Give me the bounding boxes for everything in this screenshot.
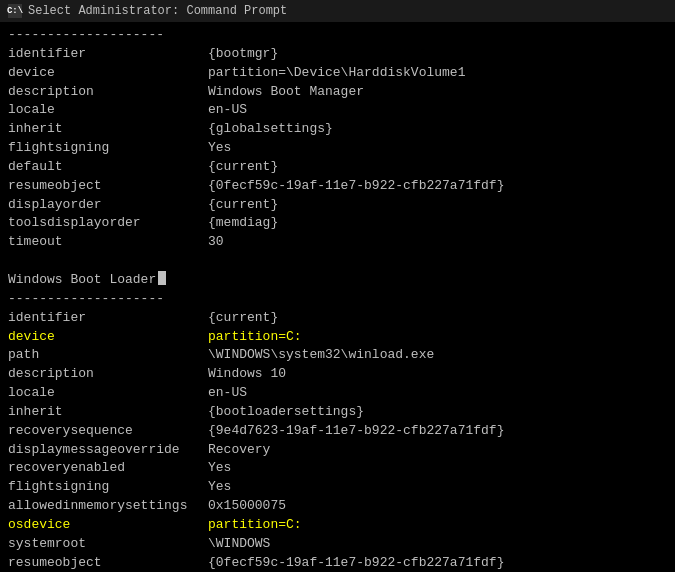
identifier-row-1: identifier {bootmgr} bbox=[8, 45, 667, 64]
section2-title: Windows Boot Loader bbox=[8, 271, 667, 290]
terminal: -------------------- identifier {bootmgr… bbox=[0, 22, 675, 572]
path-row: path \WINDOWS\system32\winload.exe bbox=[8, 346, 667, 365]
title-bar: C:\ Select Administrator: Command Prompt bbox=[0, 0, 675, 22]
device-row-2: device partition=C: bbox=[8, 328, 667, 347]
locale-row-1: locale en-US bbox=[8, 101, 667, 120]
timeout-row: timeout 30 bbox=[8, 233, 667, 252]
resumeobject-row-1: resumeobject {0fecf59c-19af-11e7-b922-cf… bbox=[8, 177, 667, 196]
osdevice-row: osdevice partition=C: bbox=[8, 516, 667, 535]
systemroot-row: systemroot \WINDOWS bbox=[8, 535, 667, 554]
description-row-2: description Windows 10 bbox=[8, 365, 667, 384]
flightsigning-row-2: flightsigning Yes bbox=[8, 478, 667, 497]
locale-row-2: locale en-US bbox=[8, 384, 667, 403]
separator-line-1: -------------------- bbox=[8, 26, 667, 45]
flightsigning-row-1: flightsigning Yes bbox=[8, 139, 667, 158]
recoveryenabled-row: recoveryenabled Yes bbox=[8, 459, 667, 478]
identifier-row-2: identifier {current} bbox=[8, 309, 667, 328]
inherit-row-2: inherit {bootloadersettings} bbox=[8, 403, 667, 422]
allowedinmemorysettings-row: allowedinmemorysettings 0x15000075 bbox=[8, 497, 667, 516]
separator-line-2: -------------------- bbox=[8, 290, 667, 309]
description-row-1: description Windows Boot Manager bbox=[8, 83, 667, 102]
recoverysequence-row: recoverysequence {9e4d7623-19af-11e7-b92… bbox=[8, 422, 667, 441]
displaymessageoverride-row: displaymessageoverride Recovery bbox=[8, 441, 667, 460]
title-bar-text: Select Administrator: Command Prompt bbox=[28, 4, 287, 18]
inherit-row-1: inherit {globalsettings} bbox=[8, 120, 667, 139]
toolsdisplayorder-row: toolsdisplayorder {memdiag} bbox=[8, 214, 667, 233]
resumeobject-row-2: resumeobject {0fecf59c-19af-11e7-b922-cf… bbox=[8, 554, 667, 572]
displayorder-row: displayorder {current} bbox=[8, 196, 667, 215]
cmd-icon: C:\ bbox=[8, 4, 22, 18]
device-row-1: device partition=\Device\HarddiskVolume1 bbox=[8, 64, 667, 83]
default-row: default {current} bbox=[8, 158, 667, 177]
empty-line-1 bbox=[8, 252, 667, 271]
